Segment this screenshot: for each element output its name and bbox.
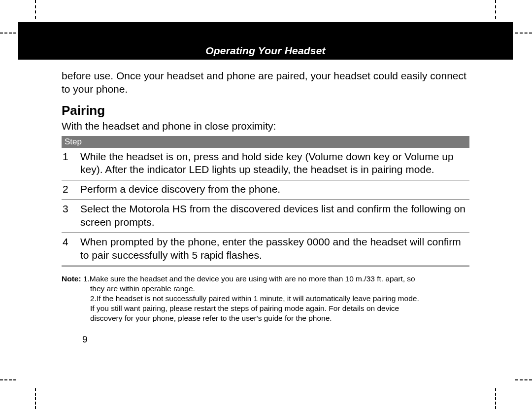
crop-mark: [495, 388, 496, 409]
crop-mark: [495, 0, 496, 19]
step-text: Select the Motorola HS from the discover…: [79, 200, 469, 233]
step-table-header: Step: [62, 136, 469, 148]
step-number: 1: [62, 148, 79, 180]
step-table: 1 While the headset is on, press and hol…: [62, 148, 469, 267]
table-row: 3 Select the Motorola HS from the discov…: [62, 200, 469, 233]
note-item-1: 1.Make sure the headset and the device y…: [83, 274, 415, 283]
section-banner: Operating Your Headset: [18, 22, 513, 60]
note-item-1-cont: they are within operable range.: [62, 284, 469, 294]
note-block: Note: 1.Make sure the headset and the de…: [62, 274, 469, 324]
manual-page: Operating Your Headset before use. Once …: [0, 0, 532, 409]
step-number: 2: [62, 180, 79, 200]
section-heading: Pairing: [62, 103, 469, 118]
crop-mark: [35, 388, 36, 409]
note-item-2-cont: If you still want pairing, please restar…: [62, 304, 469, 313]
table-row: 4 When prompted by the phone, enter the …: [62, 233, 469, 266]
step-text: Perform a device discovery from the phon…: [79, 180, 469, 200]
lead-paragraph: before use. Once your headset and phone …: [62, 69, 469, 96]
note-item-2: 2.If the headset is not successfully pai…: [62, 294, 469, 304]
table-row: 2 Perform a device discovery from the ph…: [62, 180, 469, 200]
crop-mark: [515, 379, 532, 380]
note-item-2-cont: discovery for your phone, please refer t…: [62, 313, 469, 323]
step-text: While the headset is on, press and hold …: [79, 148, 469, 180]
crop-mark: [0, 379, 16, 380]
page-content: before use. Once your headset and phone …: [62, 69, 469, 345]
section-intro: With the headset and phone in close prox…: [62, 120, 469, 132]
crop-mark: [515, 33, 532, 34]
table-row: 1 While the headset is on, press and hol…: [62, 148, 469, 180]
step-text: When prompted by the phone, enter the pa…: [79, 233, 469, 266]
crop-mark: [35, 0, 36, 19]
step-number: 3: [62, 200, 79, 233]
crop-mark: [0, 33, 16, 34]
section-banner-title: Operating Your Headset: [18, 45, 513, 57]
page-number: 9: [62, 334, 469, 345]
step-number: 4: [62, 233, 79, 266]
note-label: Note:: [62, 274, 81, 283]
